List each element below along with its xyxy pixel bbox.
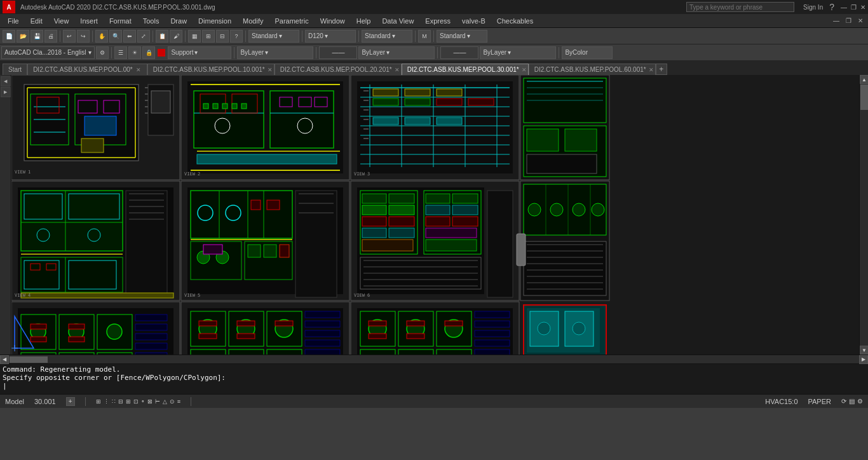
zoom-prev-btn[interactable]: ⬅ bbox=[123, 30, 136, 43]
linetype3-dropdown[interactable]: ByLayer▾ bbox=[480, 46, 556, 59]
right-scrollbar[interactable]: ▲ ▼ bbox=[859, 75, 868, 355]
close-btn[interactable]: ✕ bbox=[860, 4, 865, 11]
scroll-thumb[interactable] bbox=[860, 85, 868, 110]
app-logo[interactable]: A bbox=[3, 1, 15, 13]
plot-btn[interactable]: 🖨 bbox=[44, 30, 57, 43]
scroll-left-btn[interactable]: ◀ bbox=[0, 355, 9, 364]
sep8 bbox=[415, 30, 416, 42]
tab-pool10-close[interactable]: ✕ bbox=[268, 67, 273, 73]
lock-btn[interactable]: 🔒 bbox=[142, 46, 155, 59]
layer-panel-btn[interactable]: ☰ bbox=[114, 46, 127, 59]
restore-btn[interactable]: ❐ bbox=[851, 4, 857, 11]
menu-file[interactable]: File bbox=[3, 16, 24, 26]
svg-rect-46 bbox=[241, 104, 247, 109]
tab-pool60-close[interactable]: ✕ bbox=[649, 67, 654, 73]
cad-canvas: VIEW 1 bbox=[11, 75, 859, 355]
svg-rect-45 bbox=[232, 104, 237, 109]
h-scroll-thumb[interactable] bbox=[10, 356, 48, 363]
svg-rect-250 bbox=[475, 340, 510, 346]
command-cursor[interactable]: | bbox=[3, 382, 7, 390]
help-btn[interactable]: ? bbox=[230, 30, 243, 43]
menu-draw[interactable]: Draw bbox=[165, 16, 192, 26]
tablestyle-dropdown[interactable]: Standard▾ bbox=[362, 30, 412, 43]
menu-window[interactable]: Window bbox=[315, 16, 350, 26]
tab-pool00[interactable]: DI2.CTC.ASB.KUS.MEP.POOL.00* ✕ bbox=[27, 64, 147, 75]
tab-pool20[interactable]: DI2.CTC.ASB.KUS.MEP.POOL.20.201* ✕ bbox=[275, 64, 402, 75]
menu-dimension[interactable]: Dimension bbox=[193, 16, 236, 26]
style4-dropdown[interactable]: Standard▾ bbox=[437, 30, 487, 43]
tab-pool00-close[interactable]: ✕ bbox=[135, 67, 142, 73]
insert-btn[interactable]: ⊞ bbox=[202, 30, 215, 43]
svg-rect-142 bbox=[426, 194, 450, 203]
match-prop-btn[interactable]: 🖌 bbox=[170, 30, 182, 43]
textstyle-dropdown[interactable]: Standard▾ bbox=[248, 30, 299, 43]
new-btn[interactable]: 📄 bbox=[3, 30, 15, 43]
menu-tools[interactable]: Tools bbox=[138, 16, 165, 26]
svg-rect-124 bbox=[295, 191, 337, 297]
zoom-btn[interactable]: 🔍 bbox=[109, 30, 122, 43]
search-input[interactable] bbox=[686, 2, 794, 12]
workspace-dropdown[interactable]: AutoCAD Cla...2018 - Englisl ▾ bbox=[1, 46, 95, 59]
xref-btn[interactable]: ⊟ bbox=[216, 30, 229, 43]
color2-dropdown[interactable]: ByColor bbox=[562, 46, 613, 59]
menu-insert[interactable]: Insert bbox=[75, 16, 103, 26]
menu-view[interactable]: View bbox=[49, 16, 74, 26]
left-tool-1[interactable]: ◀ bbox=[1, 76, 11, 86]
svg-rect-144 bbox=[426, 205, 450, 215]
tab-pool30-close[interactable]: ✕ bbox=[522, 67, 527, 73]
linetype2-dropdown[interactable]: ByLayer▾ bbox=[358, 46, 435, 59]
workspace-settings-btn[interactable]: ⚙ bbox=[96, 46, 109, 59]
sign-in-btn[interactable]: Sign In bbox=[803, 4, 823, 11]
view-controls[interactable]: ⟳ ▤ ⚙ bbox=[841, 398, 863, 405]
tab-pool10[interactable]: DI2.CTC.ASB.KUS.MEP.POOL.10.001* ✕ bbox=[147, 64, 275, 75]
undo-btn[interactable]: ↩ bbox=[63, 30, 76, 43]
minimize-btn2[interactable]: — bbox=[831, 16, 842, 25]
add-status-btn[interactable]: + bbox=[66, 397, 75, 406]
tab-pool20-close[interactable]: ✕ bbox=[395, 67, 400, 73]
dimstyle-dropdown[interactable]: D120▾ bbox=[305, 30, 356, 43]
layer-dropdown[interactable]: Support▾ bbox=[168, 46, 231, 59]
scroll-right-btn[interactable]: ▶ bbox=[859, 355, 868, 364]
menu-edit[interactable]: Edit bbox=[25, 16, 48, 26]
left-tool-2[interactable]: ▶ bbox=[1, 87, 11, 97]
save-btn[interactable]: 💾 bbox=[31, 30, 43, 43]
snap-btn[interactable]: ⊞ ⋮ ∷ ⊟ ⊞ ⊡ ∘ ⊠ ⊢ △ ⊙ ≡ bbox=[96, 398, 180, 405]
svg-rect-91 bbox=[21, 257, 123, 292]
menu-help[interactable]: Help bbox=[351, 16, 376, 26]
properties-btn[interactable]: 📋 bbox=[156, 30, 168, 43]
scroll-up-btn[interactable]: ▲ bbox=[860, 75, 868, 84]
menu-valve[interactable]: valve-B bbox=[457, 16, 491, 26]
canvas-area[interactable]: VIEW 1 bbox=[11, 75, 859, 355]
tab-pool60[interactable]: DI2.CTC.ASB.KUS.MEP.POOL.60.001* ✕ bbox=[529, 64, 656, 75]
tab-start[interactable]: Start bbox=[3, 64, 27, 75]
pan-btn[interactable]: ✋ bbox=[95, 30, 108, 43]
svg-rect-123 bbox=[203, 245, 222, 254]
svg-rect-65 bbox=[405, 89, 430, 96]
paper-indicator[interactable]: PAPER bbox=[808, 398, 831, 405]
svg-text:VIEW 2: VIEW 2 bbox=[184, 172, 200, 177]
minimize-btn[interactable]: — bbox=[841, 4, 847, 11]
redo-btn[interactable]: ↪ bbox=[77, 30, 90, 43]
scroll-down-btn[interactable]: ▼ bbox=[860, 346, 868, 355]
model-indicator[interactable]: Model bbox=[5, 398, 24, 405]
multistyle-btn[interactable]: M bbox=[418, 30, 431, 43]
menu-express[interactable]: Express bbox=[420, 16, 456, 26]
menu-dataview[interactable]: Data View bbox=[377, 16, 419, 26]
help-icon[interactable]: ? bbox=[829, 2, 834, 12]
open-btn[interactable]: 📂 bbox=[17, 30, 29, 43]
menu-parametric[interactable]: Parametric bbox=[269, 16, 313, 26]
menu-modify[interactable]: Modify bbox=[238, 16, 268, 26]
lights-btn[interactable]: ☀ bbox=[128, 46, 141, 59]
scroll-thumb-vertical[interactable] bbox=[517, 234, 526, 266]
layer-btn[interactable]: ▦ bbox=[188, 30, 201, 43]
close-btn2[interactable]: ✕ bbox=[855, 16, 865, 25]
add-tab-btn[interactable]: + bbox=[656, 64, 667, 75]
menu-format[interactable]: Format bbox=[104, 16, 137, 26]
zoom-ext-btn[interactable]: ⤢ bbox=[137, 30, 150, 43]
color-dropdown[interactable]: ByLayer▾ bbox=[237, 46, 313, 59]
tab-pool30[interactable]: DI2.CTC.ASB.KUS.MEP.POOL.30.001* ✕ bbox=[402, 64, 529, 75]
restore-btn2[interactable]: ❐ bbox=[843, 16, 854, 25]
svg-rect-44 bbox=[222, 104, 227, 109]
horizontal-scrollbar[interactable]: ◀ ▶ bbox=[0, 355, 868, 363]
menu-checkables[interactable]: Checkables bbox=[492, 16, 538, 26]
